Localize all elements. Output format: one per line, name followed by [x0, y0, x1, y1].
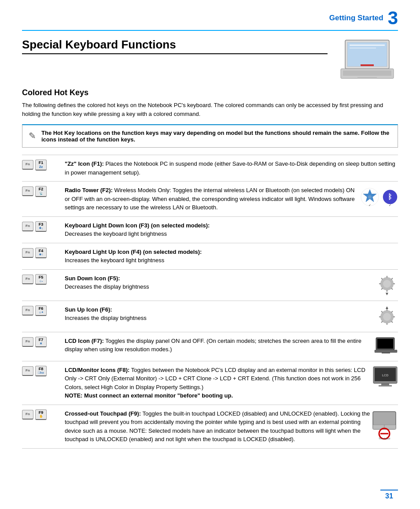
section-heading: Colored Hot Keys — [22, 88, 398, 97]
svg-rect-1 — [347, 42, 387, 67]
svg-text:ᛒ: ᛒ — [388, 193, 392, 201]
note-icon: ✎ — [29, 130, 36, 141]
f6-key: F6☼+ — [35, 305, 47, 316]
note-text: The Hot Key locations on the function ke… — [41, 130, 391, 143]
key-desc-f3: Keyboard Light Down Icon (F3) (on select… — [65, 221, 398, 238]
sun-down-icon: ▼ — [376, 274, 398, 296]
key-desc-f7: LCD Icon (F7): Toggles the display panel… — [65, 337, 374, 354]
svg-rect-4 — [361, 64, 374, 66]
f3-key: F3☀↓ — [35, 221, 47, 232]
key-desc-f2: Radio Tower (F2): Wireless Models Only: … — [65, 186, 357, 212]
table-row: Fn F2📡 Radio Tower (F2): Wireless Models… — [22, 182, 398, 217]
svg-point-10 — [368, 195, 372, 199]
svg-line-21 — [381, 278, 383, 279]
chapter-number: 3 — [388, 9, 398, 27]
key-title-f5: Sun Down Icon (F5): — [65, 275, 120, 282]
key-combo-f8: Fn F8□/▭ — [22, 366, 59, 377]
table-row: Fn F1Zz "Zz" Icon (F1): Places the Noteb… — [22, 155, 398, 182]
svg-line-32 — [381, 311, 383, 312]
svg-rect-7 — [357, 77, 377, 78]
fn-key: Fn — [22, 410, 33, 420]
key-title-f2: Radio Tower (F2): — [65, 187, 113, 193]
svg-point-27 — [383, 313, 391, 321]
key-desc-f2-wrapper: Radio Tower (F2): Wireless Models Only: … — [65, 186, 398, 212]
table-row: Fn F8□/▭ LCD/Monitor Icons (F8): Toggles… — [22, 361, 398, 405]
fn-key: Fn — [22, 275, 33, 284]
f4-key: F4☀↑ — [35, 248, 47, 259]
key-desc-f9: Crossed-out Touchpad (F9): Toggles the b… — [65, 409, 371, 444]
svg-rect-38 — [377, 339, 393, 349]
f9-key: F9✋ — [35, 409, 47, 420]
key-desc-f5: Sun Down Icon (F5):Decreases the display… — [65, 274, 376, 291]
sun-up-icon: ▲ — [376, 305, 398, 327]
key-desc-f7-wrapper: LCD Icon (F7): Toggles the display panel… — [65, 337, 398, 357]
table-row: Fn F7✕ LCD Icon (F7): Toggles the displa… — [22, 332, 398, 361]
svg-text:✓: ✓ — [368, 204, 371, 207]
svg-rect-43 — [381, 383, 389, 385]
key-desc-f8-wrapper: LCD/Monitor Icons (F8): Toggles between … — [65, 366, 398, 400]
key-combo-f6: Fn F6☼+ — [22, 305, 59, 316]
svg-rect-44 — [379, 385, 392, 386]
svg-text:▲: ▲ — [385, 305, 389, 310]
table-row: Fn F9✋ Crossed-out Touchpad (F9): Toggle… — [22, 405, 398, 449]
f2-key: F2📡 — [35, 186, 47, 197]
svg-point-16 — [383, 280, 391, 288]
wifi-icon: ✓ — [360, 186, 380, 208]
svg-text:Touchpad: Touchpad — [379, 437, 390, 440]
svg-text:✓: ✓ — [389, 204, 391, 207]
wireless-icons: ✓ ᛒ ✓ — [360, 186, 398, 208]
key-combo-f9: Fn F9✋ — [22, 409, 59, 420]
key-rows: Fn F1Zz "Zz" Icon (F1): Places the Noteb… — [22, 155, 398, 449]
f7-key: F7✕ — [35, 337, 47, 348]
table-row: Fn F5☼- Sun Down Icon (F5):Decreases the… — [22, 270, 398, 301]
fn-key: Fn — [22, 366, 33, 376]
key-desc-f5-wrapper: Sun Down Icon (F5):Decreases the display… — [65, 274, 398, 296]
key-desc-f6: Sun Up Icon (F6):Increases the display b… — [65, 305, 376, 323]
key-combo-f2: Fn F2📡 — [22, 186, 59, 197]
key-combo-f1: Fn F1Zz — [22, 160, 59, 171]
svg-line-35 — [381, 321, 383, 323]
touchpad-icon: Touchpad — [371, 409, 398, 440]
table-row: Fn F6☼+ Sun Up Icon (F6):Increases the d… — [22, 301, 398, 332]
fn-key: Fn — [22, 337, 33, 347]
key-combo-f4: Fn F4☀↑ — [22, 248, 59, 259]
f1-key: F1Zz — [35, 160, 47, 171]
svg-rect-6 — [343, 71, 391, 76]
bluetooth-icon: ᛒ ✓ — [383, 186, 398, 208]
key-title-f4: Keyboard Light Up Icon (F4) (on selected… — [65, 249, 202, 255]
table-row: Fn F4☀↑ Keyboard Light Up Icon (F4) (on … — [22, 243, 398, 270]
key-desc-f6-wrapper: Sun Up Icon (F6):Increases the display b… — [65, 305, 398, 327]
svg-rect-39 — [375, 350, 397, 353]
note-box: ✎ The Hot Key locations on the function … — [22, 124, 398, 148]
fn-key: Fn — [22, 160, 33, 170]
intro-text: The following defines the colored hot ke… — [22, 101, 398, 118]
f5-key: F5☼- — [35, 274, 47, 285]
key-combo-f3: Fn F3☀↓ — [22, 221, 59, 232]
fn-key: Fn — [22, 248, 33, 258]
svg-line-23 — [391, 278, 393, 279]
fn-key: Fn — [22, 222, 33, 231]
title-section: Special Keyboard Functions — [22, 38, 398, 82]
key-desc-f1: "Zz" Icon (F1): Places the Notebook PC i… — [65, 160, 398, 177]
fn-key: Fn — [22, 306, 33, 316]
chapter-title: Getting Started — [329, 14, 383, 22]
key-desc-f9-wrapper: Crossed-out Touchpad (F9): Toggles the b… — [65, 409, 398, 444]
page-number: 31 — [380, 490, 398, 500]
svg-line-24 — [381, 288, 383, 290]
svg-rect-40 — [382, 353, 390, 353]
f8-key: F8□/▭ — [35, 366, 47, 377]
svg-text:▼: ▼ — [385, 291, 389, 296]
svg-line-22 — [391, 288, 393, 290]
svg-text:LCD: LCD — [382, 374, 388, 377]
key-title-f1: "Zz" Icon (F1): — [65, 160, 104, 167]
fn-key: Fn — [22, 186, 33, 196]
key-title-f6: Sun Up Icon (F6): — [65, 306, 112, 313]
laptop-illustration — [336, 38, 398, 82]
svg-rect-2 — [350, 45, 385, 46]
key-desc-f8: LCD/Monitor Icons (F8): Toggles between … — [65, 366, 372, 400]
svg-line-33 — [391, 321, 393, 323]
key-title-f8: LCD/Monitor Icons (F8): — [65, 367, 129, 373]
key-combo-f7: Fn F7✕ — [22, 337, 59, 348]
key-combo-f5: Fn F5☼- — [22, 274, 59, 285]
page-container: Getting Started 3 Special Keyboard Funct… — [0, 0, 420, 509]
